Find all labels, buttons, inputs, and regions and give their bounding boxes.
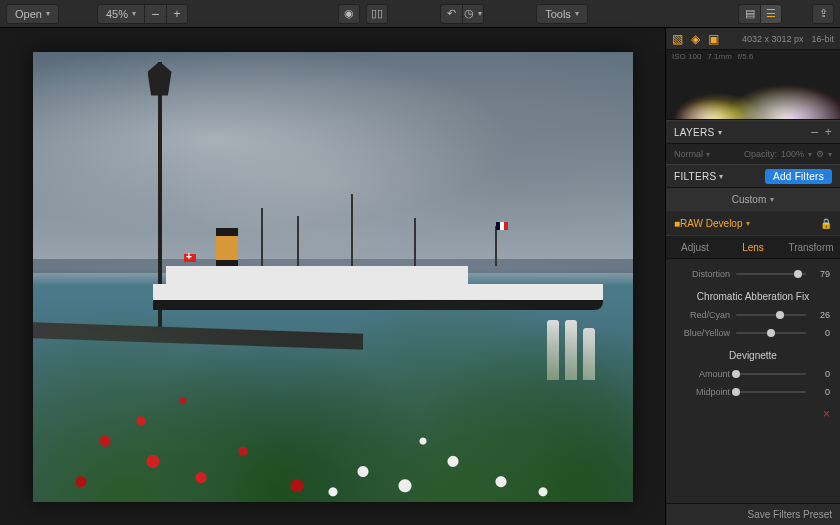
red-cyan-slider[interactable] xyxy=(736,310,806,320)
raw-develop-tabs: Adjust Lens Transform xyxy=(666,235,840,259)
panel-footer: Save Filters Preset xyxy=(666,503,840,525)
opacity-label: Opacity: xyxy=(744,149,777,159)
zoom-dropdown[interactable]: 45% ▾ xyxy=(97,4,144,24)
add-filters-button[interactable]: Add Filters xyxy=(765,169,832,184)
zoom-in-button[interactable]: + xyxy=(166,4,188,24)
midpoint-slider[interactable] xyxy=(736,387,806,397)
histogram[interactable]: ISO 100 7.1mm f/5.6 xyxy=(666,50,840,120)
blend-mode-dropdown[interactable]: Normal ▾ xyxy=(674,149,710,159)
opacity-value[interactable]: 100% xyxy=(781,149,804,159)
tools-dropdown[interactable]: Tools ▾ xyxy=(536,4,588,24)
midpoint-label: Midpoint xyxy=(676,387,730,397)
red-cyan-value: 26 xyxy=(812,310,830,320)
tab-lens[interactable]: Lens xyxy=(724,236,782,258)
lock-icon[interactable]: 🔒 xyxy=(820,218,832,229)
image-dimensions: 4032 x 3012 px xyxy=(742,34,804,44)
caf-heading: Chromatic Abberation Fix xyxy=(676,291,830,302)
layers-header[interactable]: LAYERS ▾ − + xyxy=(666,120,840,144)
chevron-down-icon: ▾ xyxy=(718,128,722,137)
top-toolbar: Open ▾ 45% ▾ − + ◉ ▯▯ ↶ ◷▾ Tools ▾ ▤ ☰ ⇪ xyxy=(0,0,840,28)
history-group: ↶ ◷▾ xyxy=(440,4,484,24)
remove-layer-button[interactable]: − xyxy=(810,127,818,137)
histogram-icon[interactable]: ▧ xyxy=(672,32,683,46)
presets-panel-button[interactable]: ▤ xyxy=(738,4,760,24)
tab-transform[interactable]: Transform xyxy=(782,236,840,258)
chevron-down-icon: ▾ xyxy=(746,219,750,228)
chevron-down-icon: ▾ xyxy=(46,9,50,18)
canvas-area[interactable] xyxy=(0,28,665,525)
layers-title: LAYERS xyxy=(674,127,715,138)
filters-header[interactable]: FILTERS ▾ Add Filters xyxy=(666,164,840,188)
blue-yellow-label: Blue/Yellow xyxy=(676,328,730,338)
blue-yellow-value: 0 xyxy=(812,328,830,338)
add-layer-button[interactable]: + xyxy=(825,125,832,139)
amount-row: Amount 0 xyxy=(676,369,830,379)
remove-filter-button[interactable]: × xyxy=(666,403,840,425)
clock-icon: ◷ xyxy=(464,7,474,20)
amount-slider[interactable] xyxy=(736,369,806,379)
sliders-icon: ☰ xyxy=(766,7,776,20)
chevron-down-icon: ▾ xyxy=(828,150,832,159)
zoom-out-button[interactable]: − xyxy=(144,4,166,24)
chevron-down-icon: ▾ xyxy=(770,195,774,204)
devignette-heading: Devignette xyxy=(676,350,830,361)
panel-top-icons: ▧ ◈ ▣ 4032 x 3012 px 16-bit xyxy=(666,28,840,50)
gear-icon[interactable]: ⚙ xyxy=(816,149,824,159)
chevron-down-icon: ▾ xyxy=(706,150,710,159)
amount-label: Amount xyxy=(676,369,730,379)
raw-develop-title: RAW Develop xyxy=(680,218,742,229)
lens-controls: Distortion 79 Chromatic Abberation Fix R… xyxy=(666,259,840,403)
undo-icon: ↶ xyxy=(447,7,456,20)
tab-adjust[interactable]: Adjust xyxy=(666,236,724,258)
preset-label: Custom xyxy=(732,194,766,205)
red-cyan-row: Red/Cyan 26 xyxy=(676,310,830,320)
chevron-down-icon: ▾ xyxy=(478,9,482,18)
midpoint-row: Midpoint 0 xyxy=(676,387,830,397)
chevron-down-icon: ▾ xyxy=(808,150,812,159)
chevron-down-icon: ▾ xyxy=(575,9,579,18)
share-icon: ⇪ xyxy=(819,7,828,20)
zoom-group: 45% ▾ − + xyxy=(97,4,188,24)
raw-develop-header[interactable]: ■ RAW Develop ▾ 🔒 xyxy=(666,211,840,235)
distortion-slider[interactable] xyxy=(736,269,806,279)
layer-blend-row: Normal ▾ Opacity: 100% ▾ ⚙▾ xyxy=(666,144,840,164)
distortion-label: Distortion xyxy=(676,269,730,279)
open-button[interactable]: Open ▾ xyxy=(6,4,59,24)
zoom-value: 45% xyxy=(106,8,128,20)
open-label: Open xyxy=(15,8,42,20)
side-panel: ▧ ◈ ▣ 4032 x 3012 px 16-bit ISO 100 7.1m… xyxy=(665,28,840,525)
compare-icon: ▯▯ xyxy=(371,7,383,20)
photo-preview xyxy=(33,52,633,502)
panel-mode-group: ▤ ☰ xyxy=(738,4,782,24)
filters-title: FILTERS xyxy=(674,171,716,182)
raw-develop-block: ■ RAW Develop ▾ 🔒 Adjust Lens Transform … xyxy=(666,210,840,425)
sliders-panel-button[interactable]: ☰ xyxy=(760,4,782,24)
distortion-row: Distortion 79 xyxy=(676,269,830,279)
distortion-value: 79 xyxy=(812,269,830,279)
grid-icon: ▤ xyxy=(745,7,755,20)
preset-dropdown[interactable]: Custom ▾ xyxy=(666,188,840,210)
chevron-down-icon: ▾ xyxy=(719,172,723,181)
eye-icon: ◉ xyxy=(344,7,354,20)
midpoint-value: 0 xyxy=(812,387,830,397)
chevron-down-icon: ▾ xyxy=(132,9,136,18)
compare-button[interactable]: ▯▯ xyxy=(366,4,388,24)
history-button[interactable]: ◷▾ xyxy=(462,4,484,24)
image-bit-depth: 16-bit xyxy=(811,34,834,44)
export-button[interactable]: ⇪ xyxy=(812,4,834,24)
red-cyan-label: Red/Cyan xyxy=(676,310,730,320)
main-area: ▧ ◈ ▣ 4032 x 3012 px 16-bit ISO 100 7.1m… xyxy=(0,28,840,525)
tools-label: Tools xyxy=(545,8,571,20)
preview-button[interactable]: ◉ xyxy=(338,4,360,24)
blue-yellow-row: Blue/Yellow 0 xyxy=(676,328,830,338)
info-icon[interactable]: ▣ xyxy=(708,32,719,46)
undo-button[interactable]: ↶ xyxy=(440,4,462,24)
save-filters-preset-button[interactable]: Save Filters Preset xyxy=(748,509,832,520)
blue-yellow-slider[interactable] xyxy=(736,328,806,338)
layers-icon[interactable]: ◈ xyxy=(691,32,700,46)
amount-value: 0 xyxy=(812,369,830,379)
